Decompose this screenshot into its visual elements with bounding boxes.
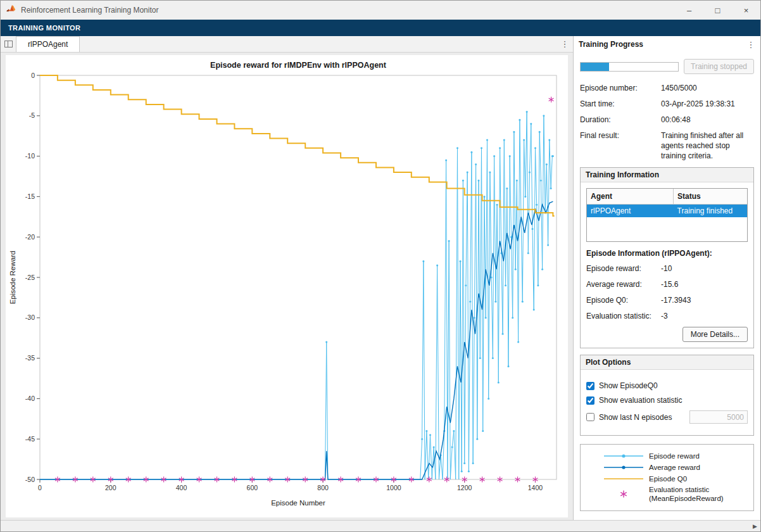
svg-text:600: 600 xyxy=(247,484,258,491)
show-evaluation-statistic-checkbox[interactable] xyxy=(586,396,594,405)
option-label: Show last N episodes xyxy=(599,413,672,422)
field-row: Episode number: 1450/5000 xyxy=(580,83,754,93)
app-window: Reinforcement Learning Training Monitor … xyxy=(0,0,761,532)
bottom-status-strip: ▶ xyxy=(1,520,760,531)
option-label: Show evaluation statistic xyxy=(599,396,682,405)
minimize-button[interactable]: – xyxy=(675,1,703,20)
expand-panel-icon[interactable]: ▶ xyxy=(753,523,757,529)
field-label: Final result: xyxy=(580,130,661,161)
training-plot: Episode reward for rlMDPEnv with rlPPOAg… xyxy=(6,55,568,520)
field-label: Start time: xyxy=(580,99,661,109)
svg-text:-40: -40 xyxy=(25,395,35,402)
field-value: -15.6 xyxy=(661,279,748,289)
legend-item: Episode Q0 xyxy=(581,473,753,484)
field-row: Episode Q0: -17.3943 xyxy=(586,295,748,305)
field-label: Episode reward: xyxy=(586,263,661,274)
field-row: Episode reward: -10 xyxy=(586,263,748,274)
toolstrip-tab-training-monitor[interactable]: TRAINING MONITOR xyxy=(1,20,88,36)
option-row: Show EpisodeQ0 xyxy=(586,381,748,390)
field-label: Episode Q0: xyxy=(586,295,661,305)
episode-q0-marker-icon xyxy=(603,474,644,484)
panel-header: Training Progress ⋮ xyxy=(574,36,760,53)
svg-text:Episode Reward: Episode Reward xyxy=(9,251,16,304)
window-controls: – □ × xyxy=(675,1,760,20)
toolstrip: TRAINING MONITOR xyxy=(1,20,760,36)
episode-reward-marker-icon xyxy=(603,451,644,461)
field-row: Duration: 00:06:48 xyxy=(580,115,754,125)
svg-text:-20: -20 xyxy=(25,233,35,241)
section-body: Agent Status rlPPOAgent Training finishe… xyxy=(581,182,753,348)
more-details-button[interactable]: More Details... xyxy=(682,327,748,342)
svg-text:1400: 1400 xyxy=(528,484,543,491)
legend-item: Episode reward xyxy=(581,450,753,462)
progress-row: Training stopped xyxy=(580,59,754,74)
field-value: 1450/5000 xyxy=(661,83,754,93)
field-label: Average reward: xyxy=(586,279,661,289)
show-episodeq0-checkbox[interactable] xyxy=(586,382,594,390)
svg-text:Episode Number: Episode Number xyxy=(271,499,325,507)
field-row: Start time: 03-Apr-2025 19:38:31 xyxy=(580,99,754,109)
section-body: Show EpisodeQ0 Show evaluation statistic… xyxy=(581,370,753,435)
legend-label: Evaluation statistic (MeanEpisodeReward) xyxy=(649,485,724,503)
field-value: -3 xyxy=(661,311,748,321)
legend-section: Episode reward Average reward Episode Q0… xyxy=(580,444,754,511)
section-title: Training Information xyxy=(581,168,753,182)
tab-rlppoagent[interactable]: rlPPOAgent xyxy=(16,36,80,52)
panel-body: Training stopped Episode number: 1450/50… xyxy=(574,53,760,520)
progress-bar-fill xyxy=(581,63,609,71)
svg-text:1200: 1200 xyxy=(457,484,472,491)
svg-text:800: 800 xyxy=(317,484,329,491)
svg-text:-35: -35 xyxy=(25,354,35,362)
tab-label: rlPPOAgent xyxy=(28,40,68,49)
last-n-episodes-input[interactable] xyxy=(689,410,748,424)
svg-text:0: 0 xyxy=(31,72,35,79)
table-header-agent: Agent xyxy=(587,189,674,205)
title-bar: Reinforcement Learning Training Monitor … xyxy=(1,1,760,20)
agent-cell: rlPPOAgent xyxy=(587,205,674,218)
svg-text:0: 0 xyxy=(38,484,42,491)
legend-label: Episode Q0 xyxy=(649,474,687,483)
field-row: Final result: Training finished after al… xyxy=(580,130,754,161)
field-label: Evaluation statistic: xyxy=(586,311,661,321)
table-header-status: Status xyxy=(674,189,747,205)
field-label: Episode number: xyxy=(580,83,661,93)
field-value: 00:06:48 xyxy=(661,115,754,125)
svg-text:-30: -30 xyxy=(25,314,35,321)
field-value: 03-Apr-2025 19:38:31 xyxy=(661,99,754,109)
evaluation-statistic-marker-icon xyxy=(603,489,644,499)
episode-info-title: Episode Information (rlPPOAgent): xyxy=(586,249,748,258)
window-title: Reinforcement Learning Training Monitor xyxy=(21,6,158,15)
button-row: More Details... xyxy=(586,327,748,342)
tab-actions-kebab-icon[interactable]: ⋮ xyxy=(557,36,573,52)
panel-actions-kebab-icon[interactable]: ⋮ xyxy=(743,40,759,49)
svg-text:-25: -25 xyxy=(25,274,35,281)
tab-layout-icon[interactable] xyxy=(1,36,16,52)
document-pane: rlPPOAgent ⋮ Episode reward for rlMDPEnv… xyxy=(1,36,574,520)
training-information-section: Training Information Agent Status xyxy=(580,167,754,348)
average-reward-marker-icon xyxy=(603,462,644,472)
svg-text:400: 400 xyxy=(176,484,187,491)
field-label: Duration: xyxy=(580,115,661,125)
show-last-n-episodes-checkbox[interactable] xyxy=(586,413,594,421)
progress-bar xyxy=(580,62,679,72)
svg-text:-5: -5 xyxy=(29,111,35,119)
svg-text:Episode reward for rlMDPEnv wi: Episode reward for rlMDPEnv with rlPPOAg… xyxy=(210,61,387,70)
table-header-row: Agent Status xyxy=(587,189,747,205)
table-row[interactable]: rlPPOAgent Training finished xyxy=(587,205,747,218)
plot-options-section: Plot Options Show EpisodeQ0 Show evaluat… xyxy=(580,355,754,436)
section-title: Plot Options xyxy=(581,355,753,370)
close-button[interactable]: × xyxy=(732,1,760,20)
maximize-button[interactable]: □ xyxy=(703,1,732,20)
option-label: Show EpisodeQ0 xyxy=(599,381,658,390)
svg-text:-45: -45 xyxy=(25,435,35,443)
field-value: Training finished after all agents reach… xyxy=(661,130,754,161)
legend-item: Average reward xyxy=(581,462,753,473)
svg-text:-15: -15 xyxy=(25,193,35,200)
training-stopped-button[interactable]: Training stopped xyxy=(684,59,754,74)
svg-text:1000: 1000 xyxy=(386,484,401,491)
table-empty-area xyxy=(587,217,747,241)
document-tab-bar: rlPPOAgent ⋮ xyxy=(1,36,573,53)
legend-label: Average reward xyxy=(649,463,700,472)
option-row: Show evaluation statistic xyxy=(586,396,748,405)
panel-title: Training Progress xyxy=(579,40,743,49)
